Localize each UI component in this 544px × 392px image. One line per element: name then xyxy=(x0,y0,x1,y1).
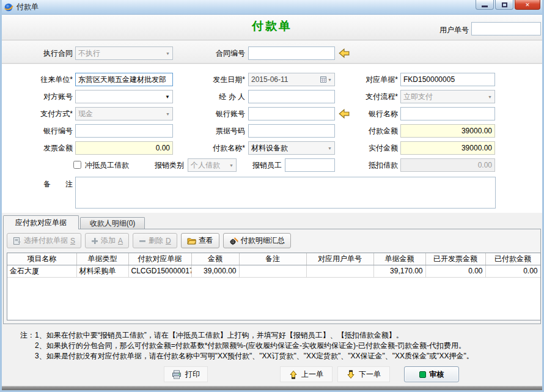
pay-amount-label: 付款金额 xyxy=(344,124,398,138)
date-picker[interactable]: 2015-06-11 ▼ xyxy=(248,73,335,86)
bank-name-label: 银行名称 xyxy=(344,107,398,120)
payment-table[interactable]: 项目名称 单据类型 付款对应单据 金额 备注 对应用户单号 单据金额 已开发票金… xyxy=(7,253,541,320)
titlebar: 付款单 ✕ xyxy=(0,0,544,15)
chevron-down-icon: ▼ xyxy=(163,112,170,116)
table-cell: 0.00 xyxy=(425,265,485,277)
column-header[interactable]: 对应用户单号 xyxy=(306,253,373,265)
note-line: 3、如果是付款没有对应付款单据，请在付款名称中写明"XX预付款"、"XX订货款"… xyxy=(20,351,536,361)
tab-payable-docs[interactable]: 应付款对应单据 xyxy=(3,215,79,229)
view-button[interactable]: 查看 xyxy=(181,233,219,248)
folder-icon xyxy=(187,237,196,245)
close-icon: ✕ xyxy=(525,2,530,8)
pay-name-label: 付款名称* xyxy=(185,141,245,155)
green-square-icon xyxy=(419,371,426,378)
bank-code-label: 银行编号 xyxy=(14,124,73,138)
table-cell: 金石大厦 xyxy=(7,265,76,277)
pay-flow-select[interactable]: 立即支付 ▼ xyxy=(400,90,495,103)
table-cell: 材料采购单 xyxy=(76,265,128,277)
bill-no-input[interactable] xyxy=(248,124,335,138)
column-header[interactable]: 单据金额 xyxy=(373,253,425,265)
table-cell: 39,170.00 xyxy=(373,265,425,277)
bank-account-label: 银行账号 xyxy=(185,107,245,120)
chevron-down-icon: ▼ xyxy=(485,95,492,99)
contract-no-input[interactable] xyxy=(248,46,335,60)
user-no-label: 用户单号 xyxy=(408,23,469,37)
table-cell xyxy=(306,265,373,277)
pay-detail-summary-button[interactable]: 付款明细汇总 xyxy=(223,233,291,248)
chevron-down-icon: ▼ xyxy=(163,94,170,100)
notes: 注：1、如果在付款中要“报销员工借款”，请在【冲抵员工借款】上打钩，并填写好【报… xyxy=(20,330,536,361)
table-cell: CLCGD150000017 xyxy=(128,265,191,277)
table-cell: 39,000.00 xyxy=(191,265,239,277)
bank-account-input[interactable] xyxy=(248,107,335,120)
calendar-icon xyxy=(320,76,326,83)
date-label: 发生日期* xyxy=(185,73,245,86)
user-no-input[interactable] xyxy=(471,22,541,35)
reimburse-staff-input[interactable] xyxy=(285,158,335,172)
minimize-button[interactable] xyxy=(476,0,494,10)
pay-method-select[interactable]: 现金 ▼ xyxy=(75,107,173,120)
tab-payee-detail[interactable]: 收款人明细(0) xyxy=(80,217,145,229)
hand-left-icon[interactable] xyxy=(339,48,350,59)
handler-label: 经 办 人 xyxy=(185,90,245,103)
pay-name-select[interactable]: 材料设备款 ▼ xyxy=(248,141,335,155)
column-header[interactable]: 备注 xyxy=(239,253,306,265)
plus-icon xyxy=(91,237,98,245)
chevron-down-icon: ▼ xyxy=(325,146,332,150)
reimburse-type-select[interactable]: 个人借款 ▼ xyxy=(188,158,237,172)
bill-no-label: 票据号码 xyxy=(185,124,245,138)
close-button[interactable]: ✕ xyxy=(515,0,540,10)
print-button[interactable]: 打印 xyxy=(164,366,208,382)
exec-contract-label: 执行合同 xyxy=(14,46,73,60)
actual-amount-field: 39000.00 xyxy=(400,141,495,155)
offset-loan-checkbox[interactable] xyxy=(73,161,81,169)
chevron-down-icon: ▼ xyxy=(227,163,233,168)
partner-label: 往来单位* xyxy=(14,73,73,86)
maximize-icon xyxy=(502,2,507,7)
partner-input[interactable] xyxy=(75,73,173,86)
column-header[interactable]: 已开发票金额 xyxy=(425,253,485,265)
exec-contract-select[interactable]: 不执行 ▼ xyxy=(75,46,173,60)
pay-method-label: 支付方式* xyxy=(14,107,73,120)
column-header[interactable]: 金额 xyxy=(191,253,239,265)
chevron-down-icon: ▼ xyxy=(328,78,332,82)
note-line: 2、如果执行的分包合同，那么可付款金额=付款基数*付款限额%-(应收履约保证金-… xyxy=(20,341,536,351)
doc-no-input[interactable] xyxy=(400,73,495,86)
summary-icon xyxy=(229,237,238,245)
remark-textarea[interactable] xyxy=(75,177,496,209)
actual-amount-label: 实付金额 xyxy=(344,141,398,155)
remark-label: 备 注 xyxy=(14,177,73,191)
minimize-icon xyxy=(482,6,488,7)
table-row[interactable]: 金石大厦 材料采购单 CLCGD150000017 39,000.00 39,1… xyxy=(7,265,540,277)
minus-icon xyxy=(139,237,146,245)
handler-input[interactable] xyxy=(248,90,335,103)
prev-doc-button[interactable]: 上一单 xyxy=(280,366,333,382)
status-bar xyxy=(2,386,542,390)
delete-button: 删除D xyxy=(133,233,177,248)
bank-name-input[interactable] xyxy=(400,107,495,120)
maximize-button[interactable] xyxy=(495,0,513,10)
offset-loan-label: 冲抵员工借款 xyxy=(85,158,140,172)
hand-down-icon xyxy=(347,370,355,379)
column-header[interactable]: 单据类型 xyxy=(76,253,128,265)
pay-flow-label: 支付流程* xyxy=(344,90,398,103)
app-icon xyxy=(4,2,13,12)
column-header[interactable]: 项目名称 xyxy=(7,253,76,265)
window-title: 付款单 xyxy=(17,2,39,12)
invoice-amount-label: 发票金额 xyxy=(14,141,73,155)
audit-button[interactable]: 审核 xyxy=(404,366,459,382)
deduct-loan-label: 抵扣借款 xyxy=(344,158,398,172)
next-doc-button[interactable]: 下一单 xyxy=(337,366,390,382)
add-button: 添加A xyxy=(85,233,129,248)
column-header[interactable]: 付款对应单据 xyxy=(128,253,191,265)
table-header-row: 项目名称 单据类型 付款对应单据 金额 备注 对应用户单号 单据金额 已开发票金… xyxy=(7,253,540,265)
other-account-combobox[interactable]: ▼ xyxy=(75,90,173,103)
invoice-amount-field: 0.00 xyxy=(75,141,173,155)
table-cell: 0.00 xyxy=(485,265,540,277)
contract-no-label: 合同编号 xyxy=(185,46,245,60)
bank-code-input[interactable] xyxy=(75,124,173,138)
table-cell xyxy=(239,265,306,277)
reimburse-staff-label: 报销员工 xyxy=(248,158,282,172)
deduct-loan-field: 0.00 xyxy=(400,158,495,172)
column-header[interactable]: 已付款金额 xyxy=(485,253,540,265)
